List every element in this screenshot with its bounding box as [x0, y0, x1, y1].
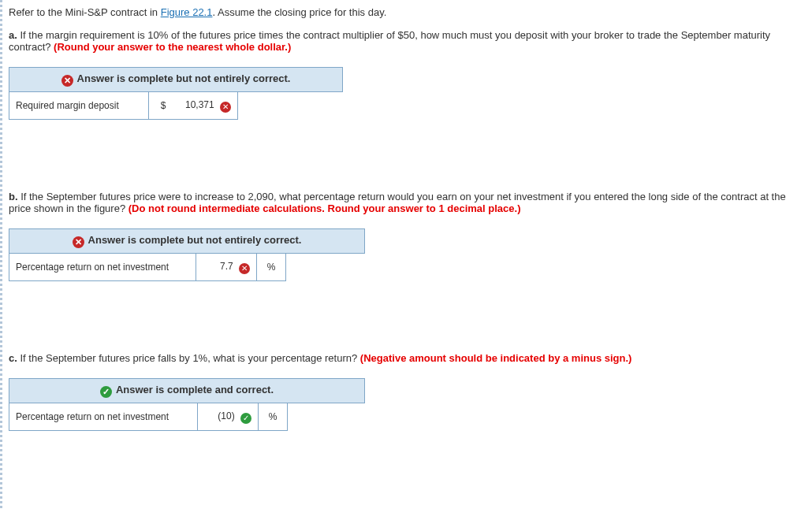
- answer-c-unit: %: [259, 403, 288, 431]
- question-a-hint: (Round your answer to the nearest whole …: [54, 41, 291, 53]
- question-c-hint: (Negative amount should be indicated by …: [360, 352, 632, 364]
- question-b-hint: (Do not round intermediate calculations.…: [129, 202, 521, 214]
- question-c-label: c.: [9, 352, 17, 364]
- answer-b-value: 7.7: [220, 261, 233, 272]
- feedback-c-text: Answer is complete and correct.: [116, 384, 274, 395]
- answer-table-c: Percentage return on net investment (10)…: [9, 403, 288, 431]
- answer-b-value-cell[interactable]: 7.7 ✕: [196, 254, 257, 281]
- answer-b-unit: %: [257, 254, 286, 281]
- answer-a-label: Required margin deposit: [9, 92, 149, 120]
- answer-a-unit: $: [149, 92, 178, 120]
- check-icon: ✓: [100, 386, 112, 398]
- answer-a-value: 10,371: [185, 99, 214, 110]
- feedback-c: ✓Answer is complete and correct.: [9, 378, 365, 403]
- intro-text: Refer to the Mini-S&P contract in Figure…: [9, 6, 806, 18]
- feedback-a: ✕Answer is complete but not entirely cor…: [9, 67, 343, 92]
- question-c: c. If the September futures price falls …: [9, 352, 806, 431]
- answer-b-label: Percentage return on net investment: [9, 254, 196, 281]
- question-b-text: b. If the September futures price were t…: [9, 191, 806, 214]
- answer-c-value-cell[interactable]: (10) ✓: [198, 403, 259, 431]
- wrong-mark-icon: ✕: [220, 102, 231, 113]
- figure-link[interactable]: Figure 22.1: [161, 6, 213, 18]
- wrong-icon: ✕: [73, 236, 84, 248]
- wrong-icon: ✕: [61, 75, 73, 87]
- answer-a-value-cell[interactable]: 10,371 ✕: [177, 92, 238, 120]
- question-b: b. If the September futures price were t…: [9, 191, 806, 281]
- question-c-body: If the September futures price falls by …: [17, 352, 360, 364]
- feedback-b-text: Answer is complete but not entirely corr…: [88, 234, 302, 246]
- question-b-label: b.: [9, 191, 18, 202]
- feedback-b: ✕Answer is complete but not entirely cor…: [9, 228, 365, 254]
- answer-c-label: Percentage return on net investment: [9, 403, 198, 431]
- answer-c-value: (10): [218, 410, 234, 421]
- question-a-label: a.: [9, 29, 17, 41]
- answer-table-b: Percentage return on net investment 7.7 …: [9, 253, 286, 281]
- intro-suffix: . Assume the closing price for this day.: [212, 6, 386, 18]
- intro-prefix: Refer to the Mini-S&P contract in: [9, 6, 161, 18]
- wrong-mark-icon: ✕: [239, 263, 250, 274]
- question-a: a. If the margin requirement is 10% of t…: [9, 29, 806, 120]
- check-mark-icon: ✓: [240, 413, 251, 424]
- feedback-a-text: Answer is complete but not entirely corr…: [77, 72, 291, 84]
- question-a-text: a. If the margin requirement is 10% of t…: [9, 29, 806, 53]
- answer-table-a: Required margin deposit $ 10,371 ✕: [9, 91, 238, 120]
- question-c-text: c. If the September futures price falls …: [9, 352, 806, 364]
